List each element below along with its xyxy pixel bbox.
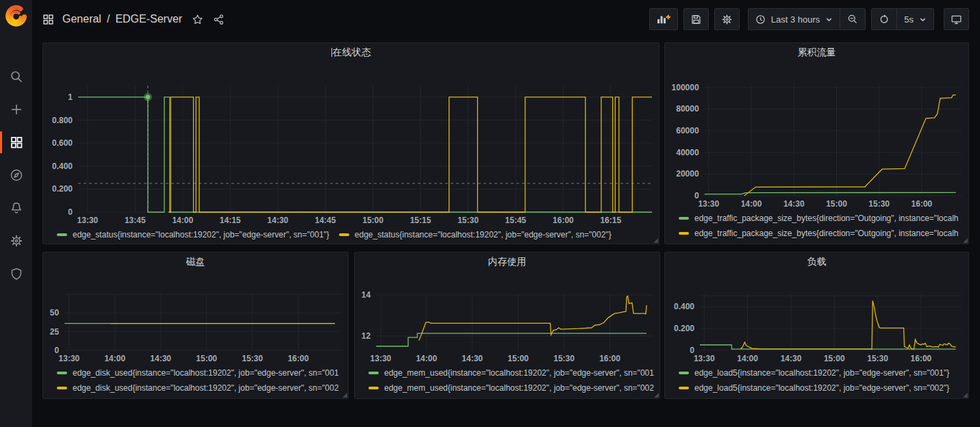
grafana-logo-icon[interactable]	[5, 5, 28, 28]
panel-chart[interactable]: 13:3014:0014:3015:0015:3016:000200004000…	[668, 61, 966, 209]
breadcrumb-section[interactable]: General	[62, 13, 101, 25]
svg-text:16:00: 16:00	[912, 199, 933, 209]
share-icon	[213, 14, 225, 25]
refresh-button[interactable]	[872, 9, 896, 29]
svg-text:13:30: 13:30	[59, 354, 80, 363]
panel-title[interactable]: 内存使用	[355, 253, 659, 272]
panel-legend: edge_load5{instance="localhost:19202", j…	[679, 365, 963, 397]
sidebar-item-server-admin[interactable]	[0, 257, 32, 290]
svg-text:14:30: 14:30	[150, 354, 171, 363]
svg-text:16:15: 16:15	[600, 216, 621, 225]
svg-text:0.400: 0.400	[52, 161, 73, 171]
bell-icon	[10, 201, 23, 215]
panel-resize-handle[interactable]	[342, 393, 347, 398]
svg-text:80000: 80000	[676, 104, 699, 114]
svg-text:0.400: 0.400	[674, 302, 694, 311]
panel-title[interactable]: 磁盘	[43, 253, 348, 272]
cycle-view-button[interactable]	[944, 8, 969, 30]
panel-title[interactable]: 累积流量	[665, 43, 968, 63]
legend-swatch	[679, 387, 689, 389]
navbar: General / EDGE-Server Last 3 hours 5s	[32, 0, 980, 38]
panel-resize-handle[interactable]	[653, 238, 658, 243]
panel-title[interactable]: 在线状态	[43, 43, 659, 63]
sidebar-item-configuration[interactable]	[0, 224, 32, 257]
time-range-picker[interactable]: Last 3 hours	[749, 9, 840, 29]
svg-text:25: 25	[50, 327, 60, 337]
svg-text:0.200: 0.200	[674, 324, 694, 333]
panel-title[interactable]: 负载	[665, 253, 968, 272]
svg-text:14:00: 14:00	[172, 216, 193, 225]
svg-text:15:15: 15:15	[410, 216, 431, 225]
sidebar-item-alerting[interactable]	[0, 192, 32, 224]
panel-chart[interactable]: 13:3014:0014:3015:0015:3016:001214	[357, 270, 657, 364]
legend-item[interactable]: edge_status{instance="localhost:19202", …	[339, 227, 612, 242]
panel-legend: edge_traffic_package_size_bytes{directio…	[679, 211, 963, 242]
refresh-interval-picker[interactable]: 5s	[896, 9, 933, 29]
svg-text:15:00: 15:00	[507, 354, 529, 363]
settings-gear-icon	[721, 14, 733, 25]
dashboard-settings-button[interactable]	[714, 8, 740, 30]
legend-item[interactable]: edge_traffic_package_size_bytes{directio…	[679, 211, 963, 226]
monitor-icon	[951, 14, 962, 25]
legend-item[interactable]: edge_mem_used{instance="localhost:19202"…	[368, 380, 654, 396]
add-panel-icon	[656, 13, 671, 25]
refresh-controls: 5s	[871, 8, 934, 30]
panel-disk: 磁盘13:3014:0014:3015:0015:3016:0002550edg…	[42, 252, 349, 399]
legend-item[interactable]: edge_load5{instance="localhost:19202", j…	[679, 365, 963, 380]
svg-text:15:30: 15:30	[867, 354, 888, 363]
panel-chart[interactable]: 13:3014:0014:3015:0015:3016:0000.2000.40…	[668, 270, 966, 364]
svg-text:16:00: 16:00	[553, 216, 574, 225]
svg-text:14:00: 14:00	[416, 354, 437, 363]
svg-text:14:30: 14:30	[783, 199, 805, 209]
panel-online-status: 在线状态13:3013:4514:0014:1514:3014:4515:001…	[42, 42, 659, 244]
save-dashboard-button[interactable]	[683, 8, 709, 30]
legend-item[interactable]: edge_load5{instance="localhost:19202", j…	[679, 380, 963, 396]
legend-item[interactable]: edge_traffic_package_size_bytes{directio…	[679, 226, 963, 241]
plus-icon	[10, 103, 23, 116]
svg-text:15:30: 15:30	[553, 354, 575, 363]
breadcrumb: General / EDGE-Server	[62, 13, 182, 25]
legend-item[interactable]: edge_mem_used{instance="localhost:19202"…	[368, 365, 654, 380]
svg-text:15:00: 15:00	[362, 216, 384, 225]
panel-load: 负载13:3014:0014:3015:0015:3016:0000.2000.…	[664, 252, 969, 399]
svg-text:0.800: 0.800	[52, 116, 73, 125]
svg-text:40000: 40000	[676, 148, 699, 157]
search-icon	[10, 70, 23, 83]
panel-resize-handle[interactable]	[654, 393, 659, 398]
svg-text:0: 0	[690, 346, 694, 355]
legend-item[interactable]: edge_disk_used{instance="localhost:19202…	[57, 365, 342, 380]
svg-text:0: 0	[68, 207, 73, 217]
panel-resize-handle[interactable]	[963, 393, 968, 398]
sidebar-item-create[interactable]	[0, 93, 32, 126]
svg-text:20000: 20000	[676, 169, 699, 179]
legend-swatch	[339, 233, 349, 236]
panel-resize-handle[interactable]	[963, 238, 968, 243]
panel-chart[interactable]: 13:3014:0014:3015:0015:3016:0002550	[46, 270, 345, 364]
svg-text:14: 14	[362, 290, 371, 300]
zoom-out-button[interactable]	[840, 9, 865, 29]
sidebar-item-explore[interactable]	[0, 159, 32, 192]
panel-legend: edge_status{instance="localhost:19202", …	[57, 227, 653, 242]
add-panel-button[interactable]	[649, 8, 678, 30]
svg-text:13:30: 13:30	[370, 354, 392, 363]
legend-swatch	[679, 372, 689, 374]
svg-text:1: 1	[68, 92, 73, 102]
svg-text:0.600: 0.600	[52, 138, 73, 148]
sidebar-item-dashboards[interactable]	[0, 126, 32, 159]
svg-text:15:45: 15:45	[505, 216, 527, 225]
legend-swatch	[57, 387, 67, 389]
svg-text:13:30: 13:30	[77, 216, 99, 225]
panel-chart[interactable]: 13:3013:4514:0014:1514:3014:4515:0015:15…	[46, 61, 656, 226]
svg-text:14:15: 14:15	[220, 216, 241, 225]
legend-swatch	[368, 372, 379, 374]
svg-text:15:30: 15:30	[457, 216, 479, 225]
star-button[interactable]	[192, 14, 203, 25]
legend-item[interactable]: edge_status{instance="localhost:19202", …	[57, 227, 329, 242]
svg-text:15:30: 15:30	[868, 199, 890, 209]
breadcrumb-title[interactable]: EDGE-Server	[115, 13, 182, 25]
legend-swatch	[57, 233, 67, 236]
share-button[interactable]	[213, 14, 225, 25]
chevron-down-icon	[825, 16, 833, 23]
sidebar-item-search[interactable]	[0, 60, 32, 93]
legend-item[interactable]: edge_disk_used{instance="localhost:19202…	[57, 380, 342, 396]
